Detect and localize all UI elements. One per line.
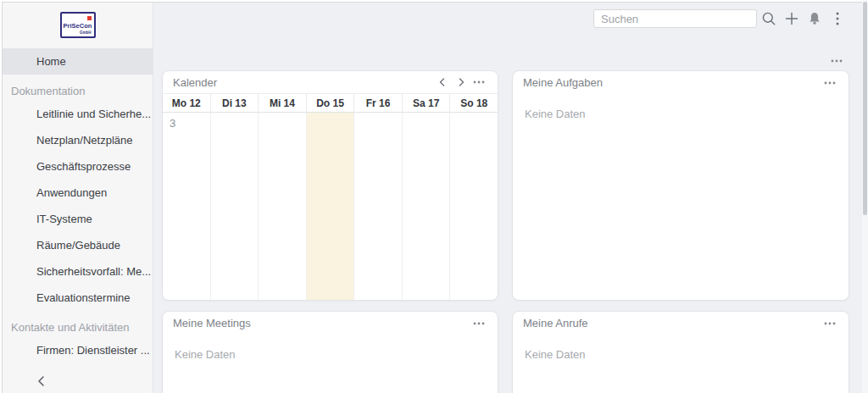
widget-meine-aufgaben: Meine Aufgaben Keine Daten — [512, 70, 849, 301]
aufgaben-empty-state: Keine Daten — [513, 94, 849, 120]
logo-text: PriSeCon — [62, 22, 94, 30]
sidebar-item-firmen-dienstleister[interactable]: Firmen: Dienstleister ... — [3, 337, 153, 363]
calendar-body: 3 — [163, 113, 498, 300]
sidebar-item-geschaeftsprozesse[interactable]: Geschäftsprozesse — [3, 153, 153, 180]
logo-red-square-icon — [87, 16, 92, 20]
widget-meine-anrufe: Meine Anrufe Keine Daten — [512, 311, 849, 393]
aufgaben-header: Meine Aufgaben — [513, 71, 849, 94]
calendar-column-mi14[interactable] — [259, 113, 307, 300]
calendar-day-mi14[interactable]: Mi 14 — [259, 94, 307, 112]
anrufe-more-button[interactable] — [821, 318, 838, 329]
kalender-prev-button[interactable] — [433, 74, 452, 91]
aufgaben-title: Meine Aufgaben — [523, 76, 821, 89]
sidebar-section-dokumentation: Dokumentation — [3, 84, 153, 99]
calendar-column-di13[interactable] — [211, 113, 259, 300]
ellipsis-icon — [824, 322, 836, 325]
calendar-day-so18[interactable]: So 18 — [450, 94, 498, 112]
ellipsis-icon — [473, 80, 485, 84]
sidebar-item-it-systeme[interactable]: IT-Systeme — [3, 206, 153, 232]
kalender-more-button[interactable] — [470, 76, 487, 88]
add-button[interactable] — [781, 9, 803, 28]
ellipsis-icon — [831, 59, 843, 63]
main-content: Kalender — [153, 3, 868, 393]
topbar — [153, 3, 868, 51]
dashboard-more-button[interactable] — [828, 55, 845, 67]
chevron-left-icon — [437, 76, 448, 88]
sidebar-collapse-button[interactable] — [35, 373, 52, 390]
notifications-button[interactable] — [804, 9, 826, 28]
app-window: PriSeCon GmbH Home Dokumentation Leitlin… — [2, 2, 868, 393]
sidebar: PriSeCon GmbH Home Dokumentation Leitlin… — [3, 3, 153, 393]
sidebar-item-sicherheitsvorfall[interactable]: Sicherheitsvorfall: Me... — [3, 258, 153, 285]
calendar-column-sa17[interactable] — [403, 113, 451, 300]
aufgaben-more-button[interactable] — [821, 77, 838, 89]
sidebar-item-home[interactable]: Home — [3, 48, 153, 75]
overflow-menu-button[interactable] — [826, 9, 849, 28]
sidebar-item-anwendungen[interactable]: Anwendungen — [3, 180, 153, 206]
calendar-day-do15[interactable]: Do 15 — [307, 94, 355, 112]
ellipsis-icon — [473, 322, 485, 325]
anrufe-title: Meine Anrufe — [523, 317, 821, 329]
anrufe-header: Meine Anrufe — [513, 312, 849, 335]
plus-icon — [785, 12, 798, 25]
logo[interactable]: PriSeCon GmbH — [60, 12, 96, 38]
search-input[interactable] — [593, 9, 757, 28]
search-button[interactable] — [758, 9, 780, 28]
bell-icon — [807, 11, 822, 26]
meetings-title: Meine Meetings — [173, 317, 470, 329]
calendar-day-header: Mo 12 Di 13 Mi 14 Do 15 Fr 16 Sa 17 So 1… — [163, 94, 498, 113]
sidebar-item-netzplan[interactable]: Netzplan/Netzpläne — [3, 127, 153, 153]
calendar-column-mo12[interactable]: 3 — [163, 113, 211, 300]
calendar-day-fr16[interactable]: Fr 16 — [354, 94, 403, 112]
calendar-column-do15-today[interactable] — [307, 113, 355, 300]
ellipsis-icon — [824, 81, 836, 85]
calendar-day-sa17[interactable]: Sa 17 — [403, 94, 451, 112]
kebab-menu-icon — [836, 12, 839, 25]
sidebar-item-raeume-gebaeude[interactable]: Räume/Gebäude — [3, 232, 153, 258]
sidebar-nav: Home Dokumentation Leitlinie und Sicherh… — [3, 48, 153, 363]
chevron-right-icon — [455, 76, 467, 88]
sidebar-section-kontakte: Kontakte und Aktivitäten — [3, 320, 153, 335]
anrufe-empty-state: Keine Daten — [513, 335, 849, 361]
meetings-header: Meine Meetings — [163, 312, 498, 335]
kalender-next-button[interactable] — [452, 74, 470, 91]
calendar-day-mo12[interactable]: Mo 12 — [163, 94, 211, 112]
scrollbar-thumb[interactable] — [863, 2, 867, 215]
dashboard-actions — [153, 51, 868, 70]
kalender-title: Kalender — [173, 76, 433, 89]
calendar-event-count[interactable]: 3 — [163, 113, 210, 130]
chevron-left-icon — [35, 374, 48, 388]
sidebar-item-evaluationstermine[interactable]: Evaluationstermine — [3, 285, 153, 311]
sidebar-item-leitlinie[interactable]: Leitlinie und Sicherhe... — [3, 101, 153, 127]
logo-subtext: GmbH — [80, 30, 92, 35]
kalender-header: Kalender — [163, 71, 498, 94]
widget-kalender: Kalender — [162, 70, 498, 301]
search-icon — [761, 11, 776, 26]
calendar-column-fr16[interactable] — [354, 113, 403, 300]
meetings-empty-state: Keine Daten — [163, 335, 498, 361]
widget-meine-meetings: Meine Meetings Keine Daten — [162, 311, 498, 393]
meetings-more-button[interactable] — [470, 318, 487, 329]
calendar-column-so18[interactable] — [450, 113, 498, 300]
vertical-scrollbar[interactable] — [862, 0, 868, 393]
calendar-day-di13[interactable]: Di 13 — [211, 94, 259, 112]
